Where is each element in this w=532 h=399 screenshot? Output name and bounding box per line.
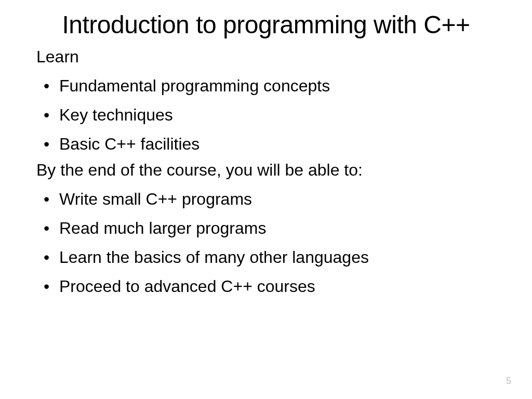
slide-title: Introduction to programming with C++: [36, 10, 496, 39]
section2-list: Write small C++ programs Read much large…: [36, 187, 496, 299]
list-item: Proceed to advanced C++ courses: [36, 274, 496, 299]
list-item: Write small C++ programs: [36, 187, 496, 211]
section1-label: Learn: [36, 44, 496, 69]
page-number: 5: [506, 376, 511, 387]
slide-container: Introduction to programming with C++ Lea…: [0, 0, 532, 309]
list-item: Key techniques: [36, 102, 496, 127]
section1-list: Fundamental programming concepts Key tec…: [36, 73, 496, 156]
list-item: Fundamental programming concepts: [36, 73, 496, 98]
section2-label: By the end of the course, you will be ab…: [36, 157, 496, 182]
list-item: Read much larger programs: [36, 216, 496, 241]
slide-body: Learn Fundamental programming concepts K…: [36, 44, 496, 299]
list-item: Learn the basics of many other languages: [36, 245, 496, 270]
list-item: Basic C++ facilities: [36, 131, 496, 156]
